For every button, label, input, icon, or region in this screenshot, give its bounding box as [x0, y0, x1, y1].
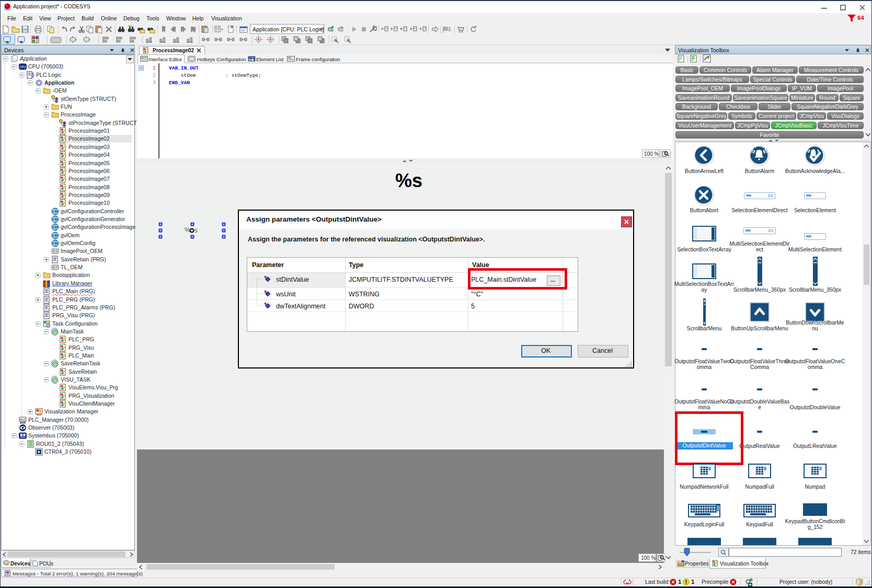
svg-text:PLC: PLC [20, 418, 26, 421]
svg-text:CPU: CPU [19, 65, 26, 68]
